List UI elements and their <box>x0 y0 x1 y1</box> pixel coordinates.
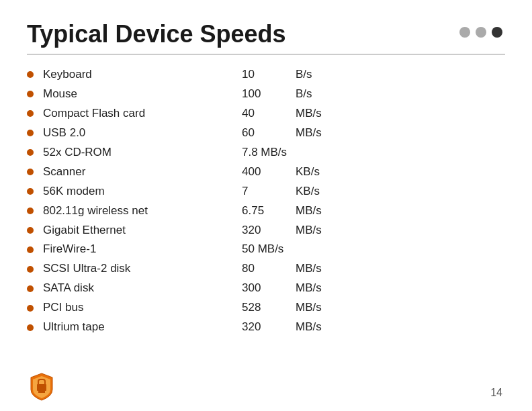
speed-row: 6.75MB/s <box>242 203 505 219</box>
speed-value: 320 <box>242 223 296 238</box>
speed-value: 80 <box>242 261 296 277</box>
svg-rect-0 <box>37 384 46 391</box>
list-item: USB 2.0 <box>27 126 202 141</box>
device-label: FireWire-1 <box>43 242 96 257</box>
device-label: 56K modem <box>43 184 105 199</box>
speed-unit: MB/s <box>296 126 322 141</box>
bullet-icon <box>27 188 34 195</box>
speed-value: 60 <box>242 126 296 141</box>
speed-value: 7.8 MB/s <box>242 145 287 161</box>
speed-value: 100 <box>242 87 296 102</box>
svg-rect-1 <box>38 391 45 393</box>
speed-unit: MB/s <box>296 281 322 296</box>
slide: Typical Device Speeds KeyboardMouseCompa… <box>0 0 532 411</box>
list-item: Keyboard <box>27 67 202 83</box>
device-label: Ultrium tape <box>43 320 105 335</box>
speed-value: 300 <box>242 281 296 296</box>
title-divider <box>27 54 505 55</box>
list-item: FireWire-1 <box>27 242 202 257</box>
bullet-icon <box>27 285 34 292</box>
bullet-icon <box>27 169 34 175</box>
bullet-icon <box>27 208 34 214</box>
device-label: SCSI Ultra-2 disk <box>43 261 130 277</box>
slide-title: Typical Device Speeds <box>27 20 505 48</box>
speed-value: 400 <box>242 165 296 180</box>
bullet-icon <box>27 324 34 331</box>
logo <box>27 372 56 402</box>
speed-unit: B/s <box>296 87 312 102</box>
speed-value: 40 <box>242 106 296 122</box>
speed-value: 10 <box>242 67 296 83</box>
device-label: 52x CD-ROM <box>43 145 112 161</box>
nav-dot-3[interactable] <box>492 27 502 38</box>
speed-row: 100B/s <box>242 87 505 102</box>
speed-unit: MB/s <box>296 320 322 335</box>
bullet-icon <box>27 110 34 117</box>
device-label: PCI bus <box>43 300 83 316</box>
speed-row: 320MB/s <box>242 223 505 238</box>
speed-value: 7 <box>242 184 296 199</box>
speed-unit: MB/s <box>296 203 322 219</box>
speed-row: 7KB/s <box>242 184 505 199</box>
list-item: PCI bus <box>27 300 202 316</box>
speed-unit: MB/s <box>296 300 322 316</box>
device-label: USB 2.0 <box>43 126 85 141</box>
speed-unit: KB/s <box>296 184 320 199</box>
bullet-icon <box>27 246 34 253</box>
page-number: 14 <box>490 387 502 399</box>
speed-row: 80MB/s <box>242 261 505 277</box>
bullet-icon <box>27 149 34 156</box>
list-item: Compact Flash card <box>27 106 202 122</box>
speed-row: 40MB/s <box>242 106 505 122</box>
list-item: Ultrium tape <box>27 320 202 335</box>
speed-value: 50 MB/s <box>242 242 283 257</box>
speed-row: 400KB/s <box>242 165 505 180</box>
speed-row: 10B/s <box>242 67 505 83</box>
device-label: Gigabit Ethernet <box>43 223 126 238</box>
device-label: SATA disk <box>43 281 94 296</box>
bullet-icon <box>27 227 34 234</box>
nav-dots <box>459 27 502 38</box>
nav-dot-2[interactable] <box>476 27 486 38</box>
list-item: Gigabit Ethernet <box>27 223 202 238</box>
bullet-icon <box>27 130 34 136</box>
device-list: KeyboardMouseCompact Flash cardUSB 2.052… <box>27 67 202 339</box>
speed-row: 300MB/s <box>242 281 505 296</box>
speed-unit: MB/s <box>296 106 322 122</box>
device-label: Scanner <box>43 165 85 180</box>
speed-unit: KB/s <box>296 165 320 180</box>
speed-value: 528 <box>242 300 296 316</box>
speed-unit: MB/s <box>296 223 322 238</box>
device-label: Keyboard <box>43 67 92 83</box>
speed-row: 7.8 MB/s <box>242 145 505 161</box>
list-item: 56K modem <box>27 184 202 199</box>
bullet-icon <box>27 91 34 97</box>
device-label: Mouse <box>43 87 77 102</box>
device-label: 802.11g wireless net <box>43 203 148 219</box>
speed-value: 320 <box>242 320 296 335</box>
speed-row: 60MB/s <box>242 126 505 141</box>
bullet-icon <box>27 266 34 273</box>
list-item: SATA disk <box>27 281 202 296</box>
speed-unit: B/s <box>296 67 312 83</box>
speed-row: 50 MB/s <box>242 242 505 257</box>
device-label: Compact Flash card <box>43 106 145 122</box>
speed-row: 528MB/s <box>242 300 505 316</box>
bullet-icon <box>27 71 34 78</box>
content-area: KeyboardMouseCompact Flash cardUSB 2.052… <box>27 67 505 339</box>
nav-dot-1[interactable] <box>459 27 470 38</box>
list-item: Mouse <box>27 87 202 102</box>
list-item: Scanner <box>27 165 202 180</box>
bullet-icon <box>27 305 34 312</box>
speed-row: 320MB/s <box>242 320 505 335</box>
speeds-area: 10B/s100B/s40MB/s60MB/s7.8 MB/s400KB/s7K… <box>202 67 505 339</box>
list-item: SCSI Ultra-2 disk <box>27 261 202 277</box>
list-item: 802.11g wireless net <box>27 203 202 219</box>
list-item: 52x CD-ROM <box>27 145 202 161</box>
speed-value: 6.75 <box>242 203 296 219</box>
speed-unit: MB/s <box>296 261 322 277</box>
